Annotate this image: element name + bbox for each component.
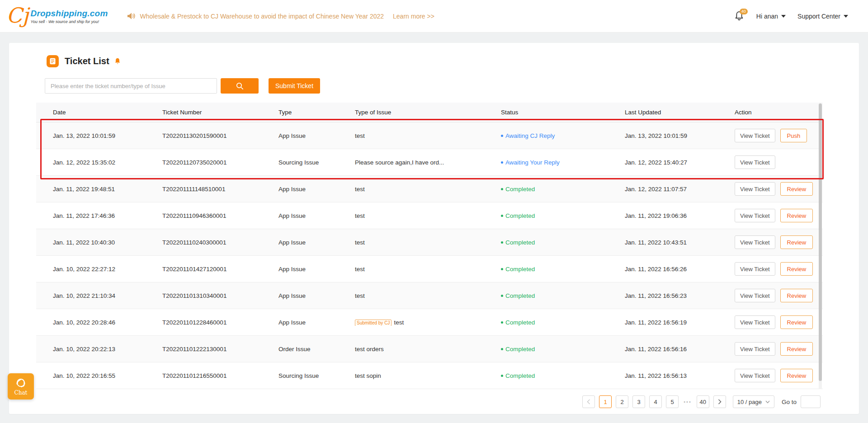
- status-dot-icon: [501, 268, 503, 270]
- view-ticket-button[interactable]: View Ticket: [735, 182, 775, 196]
- ticket-issue: test: [355, 266, 501, 273]
- review-button[interactable]: Review: [780, 209, 813, 222]
- ticket-type: Order Issue: [278, 346, 355, 352]
- page-size-select[interactable]: 10 / page: [733, 395, 774, 408]
- ticket-row: Jan. 10, 2022 20:28:46T20220110122846000…: [36, 309, 823, 336]
- column-header-ticket-number: Ticket Number: [162, 109, 278, 116]
- goto-page-input[interactable]: [801, 395, 821, 408]
- ticket-status: Awaiting Your Reply: [501, 159, 625, 166]
- ticket-date: Jan. 11, 2022 19:48:51: [53, 186, 162, 193]
- logo-cj-script: Cj: [6, 6, 28, 24]
- table-body: Jan. 13, 2022 10:01:59T20220113020159000…: [36, 122, 823, 389]
- ticket-row: Jan. 11, 2022 10:40:30T20220111024030000…: [36, 229, 823, 256]
- ticket-last-updated: Jan. 11, 2022 16:56:19: [625, 319, 735, 326]
- column-header-status: Status: [501, 109, 625, 116]
- goto-label: Go to: [782, 399, 797, 405]
- view-ticket-button[interactable]: View Ticket: [735, 129, 775, 142]
- status-label: Completed: [505, 186, 535, 193]
- column-header-date: Date: [53, 109, 162, 116]
- ticket-status: Completed: [501, 292, 625, 299]
- chevron-down-icon: [765, 400, 770, 404]
- ticket-row: Jan. 11, 2022 17:46:36T20220111094636000…: [36, 202, 823, 229]
- chevron-down-icon: [781, 15, 786, 18]
- review-button[interactable]: Review: [780, 342, 813, 356]
- view-ticket-button[interactable]: View Ticket: [735, 235, 775, 249]
- pagination-page-4[interactable]: 4: [649, 395, 662, 408]
- ticket-issue: test: [355, 239, 501, 246]
- pagination-page-5[interactable]: 5: [666, 395, 679, 408]
- table-header-row: Date Ticket Number Type Type of Issue St…: [36, 103, 823, 122]
- push-button[interactable]: Push: [780, 129, 807, 142]
- ticket-actions: View TicketReview: [735, 342, 816, 356]
- page-title: Ticket List: [65, 56, 109, 66]
- chat-headset-icon: [14, 377, 27, 389]
- user-menu[interactable]: Hi anan: [756, 13, 786, 20]
- ticket-number: T202201101427120001: [162, 266, 278, 273]
- support-center-menu[interactable]: Support Center: [797, 13, 848, 20]
- scrollbar-thumb[interactable]: [819, 103, 822, 381]
- cj-dropshipping-logo[interactable]: Cj Dropshipping.com You sell - We source…: [6, 7, 108, 25]
- ticket-status: Completed: [501, 319, 625, 326]
- review-button[interactable]: Review: [780, 182, 813, 196]
- ticket-issue: Please source again,I have ord...: [355, 159, 501, 166]
- status-dot-icon: [501, 295, 503, 297]
- status-dot-icon: [501, 215, 503, 217]
- ticket-last-updated: Jan. 11, 2022 16:56:16: [625, 346, 735, 352]
- ticket-issue: test: [355, 212, 501, 219]
- ticket-type: App Issue: [278, 292, 355, 299]
- ticket-type: App Issue: [278, 266, 355, 273]
- ticket-row: Jan. 13, 2022 10:01:59T20220113020159000…: [36, 122, 823, 149]
- notification-bell[interactable]: 40: [735, 11, 745, 22]
- pagination-prev-button[interactable]: [582, 395, 595, 408]
- submit-ticket-button[interactable]: Submit Ticket: [269, 78, 320, 94]
- column-header-type: Type: [278, 109, 355, 116]
- view-ticket-button[interactable]: View Ticket: [735, 209, 775, 222]
- ticket-number: T202201110240300001: [162, 239, 278, 246]
- ticket-last-updated: Jan. 11, 2022 16:56:13: [625, 372, 735, 379]
- ticket-row: Jan. 11, 2022 19:48:51T20220111114851000…: [36, 176, 823, 202]
- pagination-page-2[interactable]: 2: [616, 395, 628, 408]
- ticket-last-updated: Jan. 12, 2022 15:40:27: [625, 159, 735, 166]
- pagination-ellipsis[interactable]: •••: [683, 399, 693, 404]
- logo-tagline: You sell - We source and ship for you!: [30, 19, 108, 24]
- status-label: Completed: [505, 319, 535, 326]
- review-button[interactable]: Review: [780, 369, 813, 382]
- pagination-page-1[interactable]: 1: [599, 395, 612, 408]
- review-button[interactable]: Review: [780, 315, 813, 329]
- review-button[interactable]: Review: [780, 289, 813, 302]
- pagination: 1 2 3 4 5 ••• 40 10 / page Go to: [9, 395, 821, 408]
- ticket-actions: View TicketReview: [735, 289, 816, 302]
- ticket-actions: View TicketReview: [735, 262, 816, 276]
- view-ticket-button[interactable]: View Ticket: [735, 289, 775, 302]
- ticket-number: T202201120735020001: [162, 159, 278, 166]
- ticket-last-updated: Jan. 11, 2022 10:43:51: [625, 239, 735, 246]
- pagination-page-40[interactable]: 40: [697, 395, 709, 408]
- view-ticket-button[interactable]: View Ticket: [735, 262, 775, 276]
- ticket-last-updated: Jan. 11, 2022 16:56:26: [625, 266, 735, 273]
- ticket-search-input[interactable]: [45, 78, 217, 94]
- view-ticket-button[interactable]: View Ticket: [735, 155, 775, 169]
- view-ticket-button[interactable]: View Ticket: [735, 315, 775, 329]
- ticket-type: App Issue: [278, 132, 355, 139]
- status-label: Awaiting CJ Reply: [505, 132, 555, 139]
- view-ticket-button[interactable]: View Ticket: [735, 342, 775, 356]
- ticket-number: T202201101216550001: [162, 372, 278, 379]
- review-button[interactable]: Review: [780, 235, 813, 249]
- search-icon: [236, 82, 244, 90]
- search-button[interactable]: [221, 78, 259, 94]
- pagination-next-button[interactable]: [713, 395, 726, 408]
- ticket-date: Jan. 11, 2022 10:40:30: [53, 239, 162, 246]
- ticket-issue: test: [355, 292, 501, 299]
- view-ticket-button[interactable]: View Ticket: [735, 369, 775, 382]
- chat-button[interactable]: Chat: [8, 373, 34, 400]
- review-button[interactable]: Review: [780, 262, 813, 276]
- pagination-page-3[interactable]: 3: [632, 395, 645, 408]
- ticket-type: App Issue: [278, 186, 355, 193]
- ticket-status: Completed: [501, 186, 625, 193]
- ticket-row: Jan. 10, 2022 21:10:34T20220110131034000…: [36, 282, 823, 309]
- ticket-table: Date Ticket Number Type Type of Issue St…: [36, 103, 823, 389]
- status-dot-icon: [501, 188, 503, 190]
- learn-more-link[interactable]: Learn more >>: [393, 13, 434, 20]
- announcement-banner: Wholesale & Prestock to CJ Warehouse to …: [127, 12, 434, 20]
- status-label: Completed: [505, 212, 535, 219]
